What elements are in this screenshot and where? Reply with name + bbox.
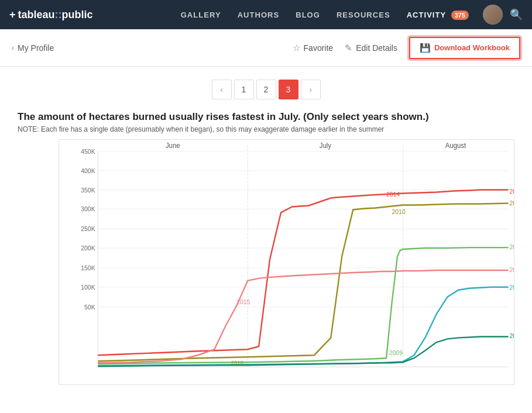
- favorite-label: Favorite: [304, 43, 334, 53]
- download-icon: 💾: [420, 43, 431, 53]
- svg-text:400K: 400K: [81, 167, 95, 174]
- back-chevron-icon: ‹: [12, 44, 14, 52]
- svg-text:2013: 2013: [509, 332, 514, 339]
- profile-bar-actions: ☆ Favorite ✎ Edit Details 💾 Download Wor…: [293, 37, 520, 59]
- star-icon: ☆: [293, 43, 300, 53]
- nav-menu: GALLERY AUTHORS BLOG RESOURCES ACTIVITY …: [181, 9, 469, 20]
- svg-text:2014: 2014: [509, 187, 514, 194]
- download-label: Download Workbook: [434, 43, 510, 52]
- pencil-icon: ✎: [345, 43, 352, 53]
- svg-text:2012: 2012: [509, 284, 514, 291]
- pagination: ‹ 1 2 3 ›: [0, 67, 532, 105]
- nav-authors[interactable]: AUTHORS: [238, 9, 280, 20]
- chart-container[interactable]: 450K 400K 350K 300K 250K 200K 150K 100K …: [59, 139, 514, 385]
- svg-text:150K: 150K: [81, 264, 95, 271]
- profile-bar: ‹ My Profile ☆ Favorite ✎ Edit Details 💾…: [0, 29, 532, 67]
- chart-section: The amount of hectares burned usually ri…: [0, 105, 532, 397]
- avatar-image: [483, 5, 503, 25]
- next-page-button[interactable]: ›: [301, 80, 321, 99]
- svg-text:50K: 50K: [84, 303, 95, 310]
- avatar[interactable]: [483, 5, 503, 25]
- navbar: +tableau::public GALLERY AUTHORS BLOG RE…: [0, 0, 532, 29]
- edit-details-button[interactable]: ✎ Edit Details: [345, 43, 397, 53]
- svg-text:2009: 2009: [509, 243, 514, 250]
- svg-text:2009: 2009: [389, 349, 403, 356]
- svg-text:June: June: [166, 142, 180, 149]
- svg-text:350K: 350K: [81, 186, 95, 193]
- logo[interactable]: +tableau::public: [9, 9, 93, 21]
- favorite-button[interactable]: ☆ Favorite: [293, 43, 334, 53]
- page-1-button[interactable]: 1: [234, 80, 254, 99]
- profile-link-label: My Profile: [18, 43, 54, 53]
- svg-text:August: August: [445, 142, 466, 149]
- svg-text:2015: 2015: [236, 298, 250, 305]
- svg-text:450K: 450K: [81, 148, 95, 155]
- download-workbook-button[interactable]: 💾 Download Workbook: [409, 37, 520, 59]
- search-button[interactable]: 🔍: [510, 8, 523, 21]
- svg-text:2015: 2015: [509, 266, 514, 273]
- logo-plus: +: [9, 9, 16, 21]
- svg-text:300K: 300K: [81, 205, 95, 212]
- edit-label: Edit Details: [356, 43, 397, 53]
- activity-badge: 375: [451, 11, 469, 20]
- svg-text:200K: 200K: [81, 245, 95, 252]
- chart-title: The amount of hectares burned usually ri…: [18, 111, 514, 123]
- my-profile-link[interactable]: ‹ My Profile: [12, 43, 54, 53]
- nav-resources[interactable]: RESOURCES: [337, 9, 390, 20]
- svg-text:2010: 2010: [392, 208, 406, 215]
- svg-text:2014: 2014: [386, 190, 400, 197]
- page-2-button[interactable]: 2: [256, 80, 276, 99]
- logo-text: tableau::public: [18, 9, 93, 21]
- chart-wrapper: Running Total of Hectares Burned 450K 40…: [59, 139, 514, 385]
- nav-blog[interactable]: BLOG: [296, 9, 320, 20]
- svg-text:250K: 250K: [81, 225, 95, 232]
- svg-text:100K: 100K: [81, 284, 95, 291]
- svg-text:July: July: [320, 142, 331, 149]
- chart-svg: 450K 400K 350K 300K 250K 200K 150K 100K …: [59, 140, 514, 384]
- chart-subtitle: NOTE: Each fire has a single date (presu…: [18, 125, 514, 133]
- nav-gallery[interactable]: GALLERY: [181, 9, 221, 20]
- navbar-right: 🔍: [483, 5, 523, 25]
- nav-activity[interactable]: ACTIVITY 375: [407, 9, 469, 20]
- svg-text:2010: 2010: [509, 199, 514, 206]
- svg-text:2010: 2010: [231, 359, 244, 366]
- page-3-button[interactable]: 3: [279, 80, 298, 99]
- prev-page-button[interactable]: ‹: [212, 80, 232, 99]
